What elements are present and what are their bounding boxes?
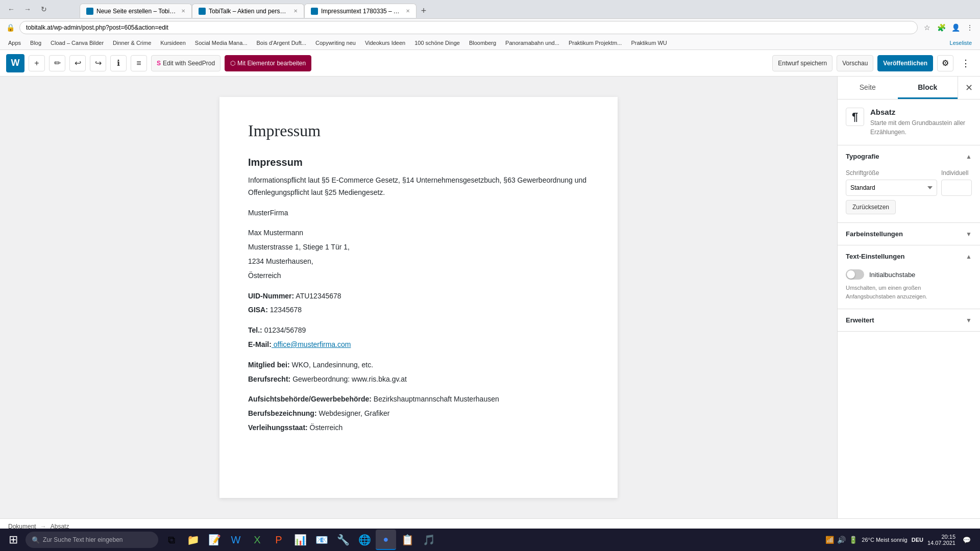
edit-pencil-button[interactable]: ✏	[49, 55, 65, 71]
sidebar-close-button[interactable]: ✕	[958, 77, 980, 99]
forward-button[interactable]: →	[20, 2, 35, 16]
farbeinstellungen-header[interactable]: Farbeinstellungen ▼	[838, 223, 980, 245]
taskbar-search[interactable]: 🔍	[26, 532, 158, 548]
veroeffentlichen-button[interactable]: Veröffentlichen	[877, 55, 933, 71]
star-icon[interactable]: ☆	[921, 21, 933, 34]
typography-label: Typografie	[846, 153, 879, 160]
bookmark-social[interactable]: Social Media Mana...	[191, 39, 252, 47]
email-link[interactable]: office@musterfirma.com	[272, 340, 351, 348]
start-button[interactable]: ⊞	[2, 530, 24, 549]
editor-content[interactable]: Impressum Impressum Informationspflicht …	[219, 97, 618, 498]
extensions-icon[interactable]: 🧩	[935, 21, 947, 34]
bookmark-cload[interactable]: Cload – Canva Bilder	[46, 39, 108, 47]
settings-button[interactable]: ⚙	[937, 55, 953, 71]
taskbar-excel[interactable]: X	[247, 530, 267, 550]
bookmark-panorama[interactable]: Panoramabahn und...	[501, 39, 564, 47]
redo-button[interactable]: ↪	[90, 55, 106, 71]
tab-1[interactable]: Neue Seite erstellen – TobiTalk – ✕	[80, 4, 192, 18]
verleihung-label: Verleihungsstaat:	[248, 423, 308, 432]
text-einstellungen-chevron: ▲	[966, 253, 972, 260]
elementor-icon: ⬡	[230, 60, 235, 67]
bookmark-copywriting[interactable]: Copywriting neu	[311, 39, 360, 47]
reload-button[interactable]: ↻	[37, 2, 51, 16]
font-size-input[interactable]	[941, 180, 972, 196]
aufsicht-value: Bezirkshauptmannschaft Musterhausen	[372, 395, 499, 403]
tab-1-favicon	[86, 8, 93, 15]
taskbar-app5[interactable]: 📊	[290, 530, 310, 550]
bookmark-praktikum1[interactable]: Praktikum Projektm...	[565, 39, 626, 47]
taskbar-notification-button[interactable]: 💬	[960, 533, 974, 547]
taskbar-weather[interactable]: 26°C Meist sonnig	[862, 537, 907, 543]
bookmark-bois[interactable]: Bois d'Argent Duft...	[253, 39, 310, 47]
content-person: Max Mustermann	[248, 227, 589, 239]
tab-seite[interactable]: Seite	[838, 77, 898, 99]
taskbar-task-view[interactable]: ⧉	[161, 530, 182, 550]
initialbuchstabe-label: Initialbuchstabe	[869, 271, 915, 279]
menu-icon[interactable]: ⋮	[964, 21, 976, 34]
taskbar-notepad[interactable]: 📝	[204, 530, 225, 550]
vorschau-button[interactable]: Vorschau	[837, 55, 873, 71]
taskbar-powerpoint[interactable]: P	[268, 530, 289, 550]
tab-block[interactable]: Block	[898, 77, 958, 99]
berufsbezeichnung-value: Webdesigner, Grafiker	[317, 409, 390, 417]
more-options-button[interactable]: ⋮	[958, 55, 974, 71]
entwurf-button[interactable]: Entwurf speichern	[772, 55, 832, 71]
new-tab-button[interactable]: +	[416, 4, 431, 18]
info-button[interactable]: ℹ	[110, 55, 127, 71]
profile-icon[interactable]: 👤	[949, 21, 962, 34]
volume-icon[interactable]: 🔊	[837, 536, 846, 544]
add-block-button[interactable]: +	[29, 55, 45, 71]
typography-section: Typografie ▲ Schriftgröße Standard Klein…	[838, 145, 980, 223]
tab-3-close[interactable]: ✕	[406, 8, 410, 14]
taskbar-app11[interactable]: 🎵	[419, 530, 439, 550]
taskbar-app8[interactable]: 🌐	[354, 530, 375, 550]
content-verleihung: Verleihungsstaat: Österreich	[248, 422, 589, 434]
tab-3[interactable]: Impressumtext 1780335 – AdSim... ✕	[304, 4, 416, 18]
taskbar-clock[interactable]: 20:15 14.07.2021	[927, 534, 955, 546]
bookmark-praktikum2[interactable]: Praktikum WU	[627, 39, 671, 47]
taskbar-apps: ⧉ 📁 📝 W X P 📊 📧 🔧 🌐 ● 📋 🎵	[161, 530, 439, 550]
bookmark-100[interactable]: 100 schöne Dinge	[410, 39, 464, 47]
taskbar-search-input[interactable]	[43, 536, 145, 543]
reset-button[interactable]: Zurücksetzen	[846, 200, 896, 214]
search-icon: 🔍	[32, 536, 40, 544]
language-indicator[interactable]: DEU	[912, 537, 923, 543]
taskbar-file-explorer[interactable]: 📁	[183, 530, 203, 550]
typography-header[interactable]: Typografie ▲	[838, 145, 980, 167]
address-input[interactable]	[19, 21, 918, 34]
reading-mode[interactable]: Leseliste	[946, 39, 976, 47]
wp-admin-toolbar: W + ✏ ↩ ↪ ℹ ≡ S Edit with SeedProd ⬡ Mit…	[0, 50, 980, 77]
wp-logo[interactable]: W	[6, 54, 24, 72]
undo-button[interactable]: ↩	[69, 55, 86, 71]
text-einstellungen-header[interactable]: Text-Einstellungen ▲	[838, 245, 980, 267]
tab-3-title: Impressumtext 1780335 – AdSim...	[321, 8, 401, 15]
taskbar: ⊞ 🔍 ⧉ 📁 📝 W X P 📊 📧 🔧 🌐 ● 📋 🎵 📶 🔊 🔋 26°C…	[0, 529, 980, 551]
taskbar-app6[interactable]: 📧	[311, 530, 332, 550]
tab-1-close[interactable]: ✕	[181, 8, 185, 14]
taskbar-chrome[interactable]: ●	[376, 530, 396, 550]
bookmark-videokurs[interactable]: Videokurs Ideen	[361, 39, 409, 47]
back-button[interactable]: ←	[4, 2, 18, 16]
seedprod-button[interactable]: S Edit with SeedProd	[151, 55, 220, 71]
bookmark-apps[interactable]: Apps	[4, 39, 25, 47]
network-icon[interactable]: 📶	[825, 536, 834, 544]
font-size-select[interactable]: Standard Klein Mittel Groß Sehr groß	[846, 180, 937, 196]
erweitert-section: Erweitert ▼	[838, 309, 980, 332]
content-gisa: GISA: 12345678	[248, 304, 589, 316]
initialbuchstabe-toggle[interactable]	[846, 269, 864, 280]
tab-2-close[interactable]: ✕	[293, 8, 298, 14]
tel-label: Tel.:	[248, 326, 262, 334]
elementor-button[interactable]: ⬡ Mit Elementor bearbeiten	[225, 55, 311, 71]
tab-2[interactable]: TobiTalk – Aktien und persönlich... ✕	[192, 4, 304, 18]
bookmark-blog[interactable]: Blog	[26, 39, 45, 47]
bookmark-dinner[interactable]: Dinner & Crime	[109, 39, 155, 47]
taskbar-app7[interactable]: 🔧	[333, 530, 353, 550]
tab-2-favicon	[199, 8, 206, 15]
taskbar-word[interactable]: W	[226, 530, 246, 550]
bookmark-bloomberg[interactable]: Bloomberg	[465, 39, 500, 47]
bookmark-kursideen[interactable]: Kursideen	[156, 39, 190, 47]
list-view-button[interactable]: ≡	[131, 55, 147, 71]
taskbar-app10[interactable]: 📋	[397, 530, 418, 550]
battery-icon[interactable]: 🔋	[849, 536, 857, 544]
erweitert-header[interactable]: Erweitert ▼	[838, 309, 980, 331]
